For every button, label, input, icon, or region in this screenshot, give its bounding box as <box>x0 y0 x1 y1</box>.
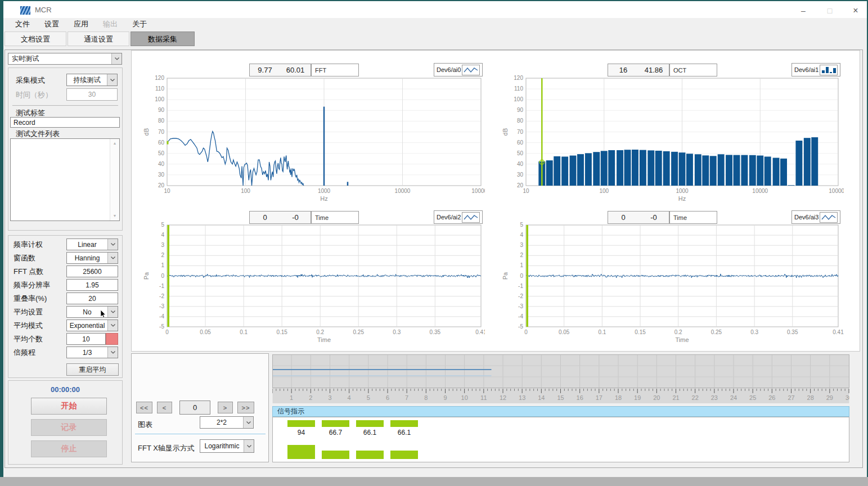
svg-text:90: 90 <box>158 107 165 113</box>
svg-text:70: 70 <box>158 129 165 135</box>
avg-setting-select[interactable]: No <box>66 306 118 318</box>
svg-text:1000: 1000 <box>318 188 331 194</box>
signal-value: 66.1 <box>390 429 418 436</box>
svg-text:-1: -1 <box>159 283 164 289</box>
minimize-button[interactable]: – <box>795 2 812 19</box>
svg-text:-2: -2 <box>518 293 523 299</box>
file-list-label: 测试文件列表 <box>16 128 60 140</box>
signal-level-bar <box>287 420 315 427</box>
fft-plot[interactable]: 2030405060708090100110120101001000100001… <box>141 74 485 202</box>
nav-next-button[interactable]: > <box>218 402 233 413</box>
test-label-input[interactable]: Record <box>10 117 120 128</box>
svg-text:5: 5 <box>367 394 370 401</box>
chevron-down-icon[interactable] <box>107 347 118 358</box>
svg-text:13: 13 <box>519 394 525 401</box>
svg-text:0.2: 0.2 <box>674 329 682 335</box>
signal-channel: 66.1 <box>390 417 418 463</box>
chevron-down-icon[interactable] <box>107 253 118 263</box>
nav-index-field[interactable]: 0 <box>179 400 210 415</box>
svg-text:40: 40 <box>158 161 165 167</box>
svg-text:-5: -5 <box>518 323 523 330</box>
window-func-select[interactable]: Hanning <box>66 252 118 264</box>
freq-weighting-select[interactable]: Linear <box>66 238 118 250</box>
chevron-down-icon[interactable] <box>107 307 118 317</box>
tab-data-acquisition[interactable]: 数据采集 <box>131 32 195 46</box>
fft-channel-name: Dev6/ai0 <box>437 66 461 73</box>
nav-last-button[interactable]: >> <box>237 402 254 413</box>
svg-text:4: 4 <box>348 394 351 401</box>
scroll-down-icon[interactable]: ▼ <box>110 212 119 220</box>
maximize-button[interactable]: □ <box>821 2 838 19</box>
svg-text:0.05: 0.05 <box>559 329 570 335</box>
restart-average-button[interactable]: 重启平均 <box>66 363 119 376</box>
svg-text:0: 0 <box>165 329 169 335</box>
stop-button: 停止 <box>31 440 107 457</box>
octave-select[interactable]: 1/3 <box>66 346 118 358</box>
svg-text:2: 2 <box>161 252 164 258</box>
svg-text:0.1: 0.1 <box>240 329 248 335</box>
acquisition-mode-select[interactable]: 持续测试 <box>66 74 118 86</box>
avg-count-input[interactable]: 10 <box>66 333 106 345</box>
record-timeline: 1234567891011121314151617181920212223242… <box>272 354 849 404</box>
menu-about[interactable]: 关于 <box>125 18 154 30</box>
time2-plot[interactable]: -5-4-3-2-101234500.050.10.150.20.250.30.… <box>141 220 485 345</box>
signal-value: 66.7 <box>322 429 349 436</box>
scroll-up-icon[interactable]: ▲ <box>110 139 119 148</box>
svg-text:110: 110 <box>514 86 523 92</box>
tab-channel-settings[interactable]: 通道设置 <box>68 32 129 46</box>
tab-document-settings[interactable]: 文档设置 <box>5 32 66 46</box>
svg-text:30: 30 <box>517 172 524 178</box>
test-mode-select[interactable]: 实时测试 <box>8 53 122 65</box>
menu-settings[interactable]: 设置 <box>37 18 66 30</box>
svg-text:0.25: 0.25 <box>353 329 365 335</box>
fft-xaxis-value: Logarithmic <box>200 440 244 452</box>
avg-mode-select[interactable]: Exponential <box>66 320 118 331</box>
oct-plot[interactable]: 2030405060708090100110120101001000100001… <box>500 74 844 202</box>
svg-text:-3: -3 <box>518 303 523 309</box>
svg-text:100: 100 <box>514 96 523 102</box>
avg-mode-value: Exponential <box>67 320 107 331</box>
svg-text:Time: Time <box>675 336 689 343</box>
svg-text:0: 0 <box>161 273 164 279</box>
svg-text:-4: -4 <box>518 313 523 320</box>
test-file-list[interactable]: ▲ ▼ <box>10 138 120 221</box>
svg-text:14: 14 <box>538 394 545 401</box>
chevron-down-icon[interactable] <box>243 417 253 428</box>
nav-prev-button[interactable]: < <box>157 402 172 413</box>
fft-points-input[interactable]: 25600 <box>66 266 118 277</box>
signal-meter-bar <box>322 451 349 459</box>
chevron-down-icon[interactable] <box>107 74 117 86</box>
close-button[interactable]: × <box>847 2 864 19</box>
svg-text:40: 40 <box>517 161 524 167</box>
list-scrollbar[interactable]: ▲ ▼ <box>110 139 119 220</box>
svg-text:Pa: Pa <box>502 272 509 280</box>
svg-text:0.25: 0.25 <box>711 329 722 335</box>
svg-text:dB: dB <box>502 128 509 136</box>
chevron-down-icon[interactable] <box>111 53 122 64</box>
nav-first-button[interactable]: << <box>136 402 152 413</box>
window-func-label: 窗函数 <box>14 252 35 264</box>
menu-file[interactable]: 文件 <box>8 18 37 30</box>
svg-text:0.2: 0.2 <box>316 329 324 335</box>
menu-application[interactable]: 应用 <box>66 18 96 30</box>
fft-xaxis-select[interactable]: Logarithmic <box>200 439 254 453</box>
svg-text:60: 60 <box>517 140 524 146</box>
time3-plot[interactable]: -5-4-3-2-101234500.050.10.150.20.250.30.… <box>500 220 844 345</box>
chart-layout-select[interactable]: 2*2 <box>200 416 254 429</box>
chevron-down-icon[interactable] <box>107 239 118 250</box>
time2-channel-name: Dev6/ai2 <box>437 214 461 220</box>
freq-resolution-input[interactable]: 1.95 <box>66 279 118 291</box>
freq-resolution-label: 频率分辨率 <box>14 279 50 291</box>
svg-text:17: 17 <box>596 394 602 401</box>
signal-meter-bar <box>390 451 418 459</box>
start-button[interactable]: 开始 <box>31 398 107 415</box>
chevron-down-icon[interactable] <box>244 440 254 452</box>
freq-weighting-value: Linear <box>67 239 107 250</box>
svg-text:18: 18 <box>615 394 622 401</box>
overlap-input[interactable]: 20 <box>66 292 118 304</box>
svg-text:-2: -2 <box>159 293 164 299</box>
time-seconds-input: 30 <box>66 88 118 101</box>
svg-text:16: 16 <box>577 394 583 401</box>
svg-text:100: 100 <box>599 188 609 194</box>
chevron-down-icon[interactable] <box>107 320 118 331</box>
